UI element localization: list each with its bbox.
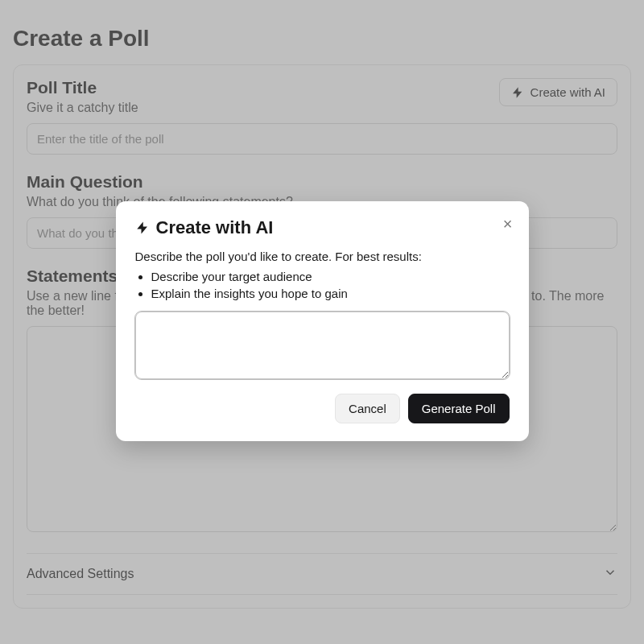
modal-tip-item: Describe your target audience [151,270,510,283]
modal-title: Create with AI [156,217,274,238]
create-with-ai-modal: × Create with AI Describe the poll you'd… [116,201,529,441]
modal-tip-item: Explain the insights you hope to gain [151,287,510,300]
modal-tips-list: Describe your target audience Explain th… [135,270,510,300]
cancel-button[interactable]: Cancel [335,394,400,423]
modal-overlay[interactable]: × Create with AI Describe the poll you'd… [0,0,644,644]
modal-description: Describe the poll you'd like to create. … [135,250,510,263]
ai-description-textarea[interactable] [135,312,510,379]
generate-poll-button[interactable]: Generate Poll [408,394,510,423]
close-icon: × [503,215,513,233]
bolt-icon [135,221,150,235]
close-button[interactable]: × [500,213,516,235]
modal-button-row: Cancel Generate Poll [135,394,510,423]
